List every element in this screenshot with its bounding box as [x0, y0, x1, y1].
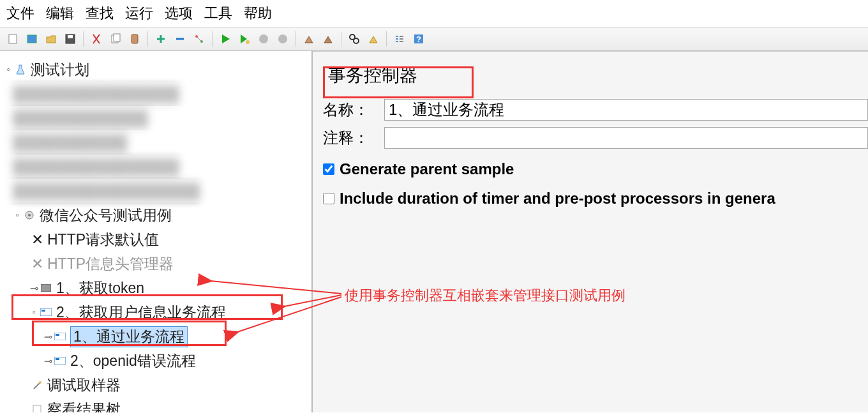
tree-item[interactable]: 察看结果树 [4, 397, 311, 412]
tree-root[interactable]: ◦ 测试计划 [4, 57, 311, 82]
comment-label: 注释： [323, 128, 384, 148]
generate-parent-checkbox[interactable] [323, 163, 334, 175]
menu-file[interactable]: 文件 [6, 4, 34, 23]
svg-rect-5 [114, 34, 120, 42]
menu-run[interactable]: 运行 [125, 4, 153, 23]
svg-rect-3 [68, 35, 73, 38]
svg-rect-32 [33, 405, 41, 412]
clear-all-button[interactable] [319, 30, 337, 48]
name-label: 名称： [323, 100, 384, 120]
controller-icon [40, 284, 52, 292]
results-icon [31, 404, 43, 412]
shutdown-button[interactable] [274, 30, 292, 48]
generate-parent-label: Generate parent sample [340, 160, 514, 178]
svg-rect-26 [41, 310, 45, 312]
menu-bar: 文件 编辑 查找 运行 选项 工具 帮助 [0, 0, 868, 27]
transaction-icon [54, 357, 66, 365]
svg-rect-16 [396, 41, 398, 42]
transaction-icon [40, 308, 52, 316]
tree-hidden: ████████████████ [4, 82, 311, 106]
svg-rect-28 [56, 334, 59, 336]
comment-input[interactable] [384, 127, 868, 149]
svg-point-9 [246, 40, 250, 44]
function-helper-button[interactable] [391, 30, 408, 48]
tree-thread-group[interactable]: ◦ 微信公众号测试用例 [4, 203, 311, 227]
tree-panel: ◦ 测试计划 ████████████████ █████████████ ██… [0, 51, 313, 412]
svg-rect-29 [54, 357, 66, 365]
collapse-button[interactable] [171, 30, 189, 48]
svg-rect-6 [131, 34, 138, 43]
clear-button[interactable] [300, 30, 318, 48]
help-button[interactable]: ? [410, 30, 428, 48]
svg-point-23 [28, 214, 31, 216]
gear-icon [23, 210, 36, 220]
toolbar: ? [0, 27, 868, 51]
svg-rect-1 [27, 35, 36, 43]
include-duration-label: Include duration of timer and pre-post p… [340, 190, 775, 207]
new-button[interactable] [4, 30, 22, 48]
svg-rect-18 [400, 38, 403, 40]
svg-rect-27 [54, 333, 66, 340]
svg-rect-0 [9, 34, 17, 43]
menu-search[interactable]: 查找 [86, 4, 114, 23]
wrench-icon: ✕ [31, 231, 43, 248]
stop-button[interactable] [255, 30, 273, 48]
open-button[interactable] [42, 30, 60, 48]
tree-item-selected[interactable]: ⊸ 1、通过业务流程 [4, 324, 311, 349]
tree-item[interactable]: ⊸ 1、获取token [4, 276, 311, 300]
tree-item[interactable]: ⊸ 2、openid错误流程 [4, 349, 311, 373]
svg-rect-15 [396, 38, 398, 40]
reset-search-button[interactable] [364, 30, 382, 48]
panel-title: 事务控制器 [320, 61, 425, 93]
flask-icon [14, 64, 27, 75]
templates-button[interactable] [23, 30, 41, 48]
cut-button[interactable] [87, 30, 105, 48]
content-panel: 事务控制器 名称： 注释： Generate parent sample Inc… [313, 51, 868, 412]
paste-button[interactable] [126, 30, 144, 48]
svg-rect-17 [400, 36, 403, 37]
tree-item[interactable]: ◦ 2、获取用户信息业务流程 [4, 300, 311, 324]
tree-hidden: █████████████ [4, 106, 311, 130]
svg-rect-30 [56, 358, 59, 360]
include-duration-checkbox[interactable] [323, 193, 334, 204]
svg-rect-19 [400, 41, 403, 42]
tree-hidden: ████████████████ [4, 155, 311, 179]
main-area: ◦ 测试计划 ████████████████ █████████████ ██… [0, 51, 868, 412]
svg-point-11 [278, 34, 287, 43]
tree-item[interactable]: ✕ HTTP请求默认值 [4, 227, 311, 252]
start-no-pause-button[interactable] [236, 30, 253, 48]
menu-help[interactable]: 帮助 [244, 4, 272, 23]
tree-hidden: ██████████████████ [4, 179, 311, 203]
sampler-icon [31, 380, 43, 390]
name-input[interactable] [384, 99, 868, 121]
transaction-icon [54, 333, 66, 340]
menu-edit[interactable]: 编辑 [46, 4, 74, 23]
menu-tools[interactable]: 工具 [204, 4, 232, 23]
svg-rect-24 [41, 284, 51, 292]
svg-point-31 [39, 381, 41, 384]
svg-rect-14 [396, 36, 398, 37]
expand-button[interactable] [152, 30, 170, 48]
svg-text:?: ? [416, 34, 421, 44]
svg-point-13 [354, 38, 359, 43]
copy-button[interactable] [107, 30, 124, 48]
svg-rect-25 [40, 308, 52, 316]
wrench-icon: ✕ [31, 255, 43, 273]
tree-hidden: ███████████ [4, 130, 311, 155]
tree-item[interactable]: 调试取样器 [4, 373, 311, 397]
tree-item[interactable]: ✕ HTTP信息头管理器 [4, 252, 311, 276]
search-button[interactable] [345, 30, 363, 48]
start-button[interactable] [216, 30, 234, 48]
svg-point-10 [259, 34, 268, 43]
toggle-button[interactable] [190, 30, 208, 48]
save-button[interactable] [61, 30, 79, 48]
menu-options[interactable]: 选项 [165, 4, 193, 23]
